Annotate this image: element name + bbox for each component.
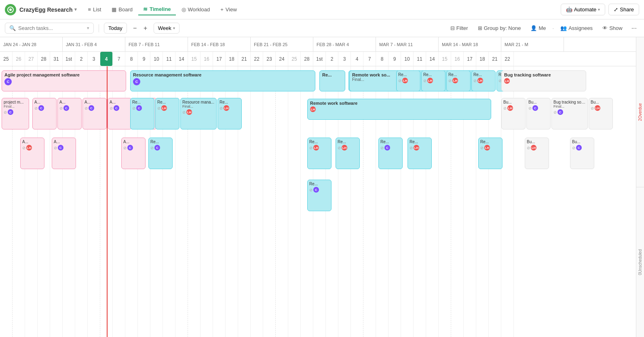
task-card-a2[interactable]: A... ⊘C (57, 98, 82, 129)
gantt-bar-title: Bug tracking software (504, 72, 583, 77)
task-card-re-r3-4[interactable]: Re... ⊘LH (408, 138, 432, 169)
gantt-bar-remote-sm1[interactable]: Re... (319, 70, 345, 91)
day-cell-16: 16 (201, 52, 213, 66)
day-cell-18: 18 (476, 52, 489, 66)
task-card-re3[interactable]: Re... ⊘ LH (446, 70, 471, 91)
task-card-resource-mana[interactable]: Resource mana... Final... ⊘LH (180, 98, 217, 129)
assignees-icon: 👥 (560, 25, 567, 31)
search-box[interactable]: 🔍 ▾ (5, 23, 94, 34)
person-icon: 👤 (530, 25, 537, 31)
share-button[interactable]: ⤢ Share (608, 4, 639, 15)
gantt-bar-bug[interactable]: Bug tracking software LH (501, 70, 586, 91)
avatar: LH (342, 145, 347, 150)
re-teal-row3-4: Re... ⊘LH (408, 138, 432, 169)
task-card-project-m[interactable]: project m... Final... ⊘ C (2, 98, 29, 129)
prev-arrow-button[interactable]: − (130, 23, 140, 33)
task-card-bu1[interactable]: Bu... ⊘LH (501, 98, 526, 129)
plus-icon: + (220, 6, 224, 13)
next-arrow-button[interactable]: + (141, 23, 150, 33)
task-card-re-r2-3[interactable]: Re... ⊘LH (217, 98, 242, 129)
task-card-a4[interactable]: A... ⊘C (108, 98, 132, 129)
task-card-a-row3-2[interactable]: A... ⊘ C (52, 138, 76, 169)
task-card-re-r2-2[interactable]: Re... ⊘LH (155, 98, 179, 129)
day-cell-3: 3 (338, 52, 351, 66)
day-cell-17: 17 (464, 52, 476, 66)
day-cell-8: 8 (376, 52, 389, 66)
day-cell-27: 27 (25, 52, 38, 66)
grid-area: Agile project management software C Reso… (0, 66, 644, 337)
show-button[interactable]: 👁 Show (599, 23, 626, 33)
task-card-re-r3-2[interactable]: Re... ⊘LH (336, 138, 360, 169)
avatar: LH (452, 78, 458, 83)
task-card-bu-r3-1[interactable]: Bu... ⊘LH (525, 138, 549, 169)
avatar: C (576, 145, 582, 150)
day-cell-7: 7 (113, 52, 125, 66)
dot-separator: · (553, 25, 554, 31)
gantt-bar-agile[interactable]: Agile project management software C (2, 70, 126, 91)
avatar: LH (595, 105, 600, 111)
re-teal-row3-3: Re... ⊘C (378, 138, 403, 169)
task-card-re-r3-5[interactable]: Re... ⊘LH (478, 138, 503, 169)
avatar: C (89, 105, 94, 111)
task-card-a3[interactable]: A... ⊘C (82, 98, 107, 129)
me-button[interactable]: 👤 Me (527, 23, 549, 33)
search-input[interactable] (18, 25, 84, 31)
avatar: LH (186, 109, 192, 115)
gantt-bar-resource[interactable]: Resource management software C (130, 70, 315, 91)
timeline-icon: ≋ (143, 6, 148, 12)
task-card-re-row3[interactable]: Re... ⊘ C (148, 138, 173, 169)
avatar: C (133, 78, 140, 85)
board-icon: ▦ (112, 6, 116, 13)
day-cell-15: 15 (439, 52, 451, 66)
re-teal-row3-2: Re... ⊘LH (336, 138, 360, 169)
task-card-re2[interactable]: Re... ⊘ LH (421, 70, 446, 91)
task-card-a1[interactable]: A... ⊘C (32, 98, 57, 129)
unscheduled-label: 0Unscheduled (636, 187, 644, 337)
task-card-a-row3-3[interactable]: A... ⊘ C (121, 138, 146, 169)
week-header: JAN 24 - JAN 28 (0, 37, 63, 51)
day-cell-1st: 1st (63, 52, 75, 66)
day-cell-16: 16 (451, 52, 464, 66)
task-card-re1[interactable]: Re... ⊘ LH (396, 70, 420, 91)
filter-button[interactable]: ⊟ Filter (447, 23, 471, 33)
tab-timeline[interactable]: ≋ Timeline (138, 4, 176, 15)
avatar: C (63, 105, 69, 111)
avatar: C (136, 105, 142, 111)
avatar-row: LH (504, 78, 583, 84)
week-header: MAR 7 - MAR 11 (376, 37, 439, 51)
task-card-a-row3-left[interactable]: A... ⊘ LH (20, 138, 44, 169)
tab-workload[interactable]: ◎ Workload (177, 4, 215, 15)
avatar: C (313, 187, 319, 193)
task-card-re-r3-1[interactable]: Re... ⊘LH (307, 138, 332, 169)
tab-board[interactable]: ▦ Board (107, 4, 137, 15)
tab-view[interactable]: + View (215, 4, 242, 15)
day-cell-18: 18 (226, 52, 238, 66)
week-selector-button[interactable]: Week ▾ (154, 23, 179, 34)
assignees-button[interactable]: 👥 Assignees (557, 23, 596, 33)
task-card-re-r2-1[interactable]: Re... ⊘C (130, 98, 154, 129)
today-button[interactable]: Today (104, 23, 127, 34)
gantt-bar-remote-work-row3[interactable]: Remote work software LH (307, 99, 491, 120)
app-title[interactable]: CrazyEgg Research ▾ (19, 6, 77, 13)
today-line (107, 66, 108, 337)
toolbar-divider (99, 24, 99, 32)
day-cell-10: 10 (150, 52, 163, 66)
task-card-bu2[interactable]: Bu... ⊘C (526, 98, 551, 129)
task-card-re-r3-3[interactable]: Re... ⊘C (378, 138, 403, 169)
task-card-bu-final[interactable]: Bug tracking sof... Final... ⊘C (551, 98, 588, 129)
week-header: FEB 21 - FEB 25 (251, 37, 313, 51)
toolbar-right: ⊟ Filter ⊞ Group by: None 👤 Me · 👥 Assig… (447, 23, 639, 34)
tab-list[interactable]: ≡ List (83, 4, 106, 15)
timeline-scroll-area[interactable]: JAN 24 - JAN 28 JAN 31 - FEB 4 FEB 7 - F… (0, 37, 644, 337)
groupby-button[interactable]: ⊞ Group by: None (475, 23, 524, 33)
avatar: LH (484, 145, 490, 150)
task-card-bu3[interactable]: Bu... ⊘LH (589, 98, 613, 129)
more-options-button[interactable]: ··· (629, 23, 639, 34)
task-card-bu-r3-2[interactable]: Bu... ⊘C (570, 138, 594, 169)
task-card-re4[interactable]: Re... ⊘ LH (471, 70, 496, 91)
week-header: MAR 14 - MAR 18 (439, 37, 501, 51)
avatar: C (8, 109, 13, 115)
task-card-re-r4[interactable]: Re... ⊘C (307, 180, 332, 211)
day-cell-8: 8 (125, 52, 138, 66)
automate-button[interactable]: 🤖 Automate ▾ (561, 4, 606, 15)
